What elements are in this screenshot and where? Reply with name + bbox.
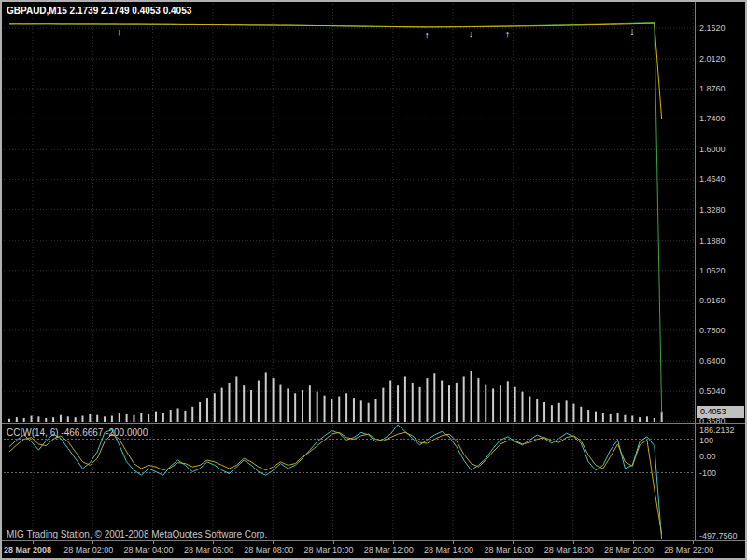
volume-bar — [463, 376, 465, 422]
volume-bar — [558, 403, 560, 422]
buy-arrow-icon: ↑ — [424, 29, 430, 40]
symbol-ohlc-title: GBPAUD,M15 2.1739 2.1749 0.4053 0.4053 — [7, 6, 191, 16]
chart-window: ↓↑↓↑↓ GBPAUD,M15 2.1739 2.1749 0.4053 0.… — [0, 0, 747, 560]
time-axis-label: 28 Mar 20:00 — [604, 545, 654, 554]
volume-bar — [258, 381, 260, 422]
time-axis-tick — [633, 541, 634, 544]
volume-bar — [331, 399, 332, 422]
volume-bar — [16, 417, 18, 422]
volume-bar — [148, 414, 149, 422]
time-axis-label: 28 Mar 10:00 — [304, 545, 354, 554]
volume-bar — [404, 376, 406, 422]
indicator-scale-label: -100 — [699, 469, 716, 478]
volume-bar — [471, 371, 472, 422]
time-axis-tick — [213, 541, 214, 544]
volume-bar — [507, 381, 509, 422]
volume-bar — [89, 414, 91, 422]
volume-bar — [309, 385, 311, 422]
volume-bar — [382, 388, 384, 422]
volume-bar — [397, 385, 399, 422]
volume-bar — [8, 419, 10, 422]
volume-bar — [229, 383, 231, 422]
time-axis-tick — [693, 541, 694, 544]
time-axis-label: 28 Mar 22:00 — [664, 545, 713, 554]
cciw-main-line — [9, 425, 662, 539]
main-chart-canvas[interactable]: ↓↑↓↑↓ — [4, 4, 695, 423]
volume-bar — [23, 418, 25, 422]
price-scale-label: 2.0120 — [699, 54, 726, 63]
panel-separator-main[interactable] — [2, 423, 745, 424]
price-scale-label: 0.7800 — [699, 326, 726, 335]
volume-bar — [529, 397, 530, 423]
volume-bar — [345, 393, 347, 422]
price-scale-label: 1.1880 — [699, 236, 726, 245]
price-scale-label: 1.6000 — [699, 145, 726, 154]
price-scale[interactable]: 0.4053 2.15202.01201.87601.74001.60001.4… — [695, 2, 745, 540]
time-axis-tick — [453, 541, 454, 544]
price-scale-label: 0.6400 — [699, 357, 726, 366]
sell-arrow-icon: ↓ — [469, 28, 474, 39]
volume-bar — [566, 400, 568, 422]
indicator-scale-label: -497.7560 — [699, 531, 738, 540]
volume-bar — [206, 398, 208, 422]
volume-bar — [199, 402, 201, 422]
panel-separator-indicator[interactable] — [2, 540, 745, 541]
volume-bar — [119, 413, 120, 422]
volume-bar — [514, 387, 516, 422]
volume-bar — [104, 416, 106, 422]
volume-bar — [617, 413, 619, 422]
volume-bar — [45, 418, 47, 422]
volume-bar — [243, 385, 245, 422]
time-axis-tick — [393, 541, 394, 544]
time-axis-tick — [573, 541, 574, 544]
time-axis-label: 28 Mar 16:00 — [484, 545, 533, 554]
volume-bar — [624, 415, 626, 422]
indicator-canvas[interactable] — [4, 425, 695, 539]
volume-bar — [375, 399, 377, 422]
volume-bar — [294, 393, 296, 422]
volume-bar — [353, 398, 355, 422]
price-scale-label: 1.3280 — [699, 205, 726, 215]
volume-bar — [191, 407, 193, 422]
volume-bar — [639, 417, 641, 422]
sell-arrow-icon: ↓ — [629, 25, 635, 36]
volume-bar — [610, 414, 612, 422]
time-axis-tick — [92, 541, 93, 544]
volume-bar — [250, 390, 252, 422]
time-axis-tick — [273, 541, 274, 544]
price-scale-label: 2.1520 — [699, 23, 726, 33]
time-axis-tick — [33, 541, 34, 544]
volume-bar — [536, 399, 538, 422]
volume-bar — [67, 416, 69, 422]
volume-bar — [551, 405, 553, 422]
volume-bar — [126, 414, 128, 422]
sell-arrow-icon: ↓ — [117, 26, 122, 37]
time-axis-label: 28 Mar 04:00 — [124, 545, 174, 554]
volume-bar — [631, 416, 633, 422]
volume-bar — [140, 413, 142, 422]
volume-bar — [580, 407, 582, 422]
volume-bar — [433, 373, 435, 422]
volume-bar — [338, 397, 340, 423]
volume-bar — [133, 415, 134, 422]
volume-bar — [82, 416, 84, 422]
volume-bar — [412, 383, 414, 422]
time-axis-label: 28 Mar 12:00 — [364, 545, 414, 554]
copyright-text: MIG Trading Station, © 2001-2008 MetaQuo… — [7, 529, 267, 539]
time-axis[interactable]: 28 Mar 200828 Mar 02:0028 Mar 04:0028 Ma… — [2, 541, 745, 558]
time-axis-label: 28 Mar 18:00 — [544, 545, 594, 554]
buy-arrow-icon: ↑ — [505, 28, 511, 39]
volume-bar — [317, 392, 318, 422]
volume-bar — [235, 376, 237, 422]
volume-bar — [162, 413, 164, 422]
volume-bar — [324, 396, 326, 422]
time-axis-label: 28 Mar 02:00 — [63, 545, 113, 554]
volume-bar — [111, 416, 113, 422]
volume-bar — [155, 412, 157, 422]
volume-bar — [500, 385, 501, 422]
price-scale-label: 1.0520 — [699, 266, 726, 275]
volume-bar — [31, 416, 33, 422]
volume-bar — [477, 378, 479, 422]
volume-bar — [595, 412, 597, 422]
cciw-signal-line — [9, 432, 662, 534]
